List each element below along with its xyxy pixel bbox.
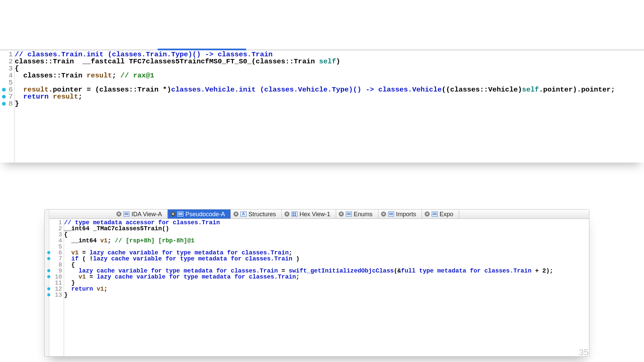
code-token bbox=[64, 249, 71, 256]
code-line[interactable]: 9 lazy cache variable for type metadata … bbox=[64, 268, 589, 274]
tab-type-icon bbox=[432, 212, 438, 217]
tab-label: Hex View-1 bbox=[300, 209, 330, 219]
code-token bbox=[64, 267, 78, 274]
code-token: ; bbox=[112, 72, 120, 79]
code-token: // type metadata accessor for classes.Tr… bbox=[64, 219, 220, 226]
code-token: self bbox=[319, 58, 336, 65]
code-line[interactable]: 1// classes.Train.init (classes.Train.Ty… bbox=[15, 51, 644, 58]
line-number: 2 bbox=[3, 58, 15, 65]
close-icon[interactable]: ✕ bbox=[284, 212, 289, 217]
line-number: 4 bbox=[47, 238, 64, 244]
code-line[interactable]: 13} bbox=[64, 292, 589, 298]
close-icon[interactable]: ✕ bbox=[381, 212, 386, 217]
code-token: __int64 bbox=[64, 237, 100, 244]
code-token: = bbox=[278, 267, 288, 274]
code-token: ; bbox=[296, 274, 300, 280]
tab-hex-view-1[interactable]: ✕Hex View-1 bbox=[282, 209, 336, 219]
code-token: lazy cache variable for type metadata fo… bbox=[78, 267, 278, 274]
code-token: lazy cache variable for type metadata fo… bbox=[90, 249, 289, 256]
code-line[interactable]: 3{ bbox=[15, 65, 644, 72]
line-number: 8 bbox=[47, 262, 64, 268]
breakpoint-dot-icon[interactable] bbox=[2, 95, 6, 99]
code-token: ( ! bbox=[78, 255, 93, 262]
code-token: = bbox=[86, 274, 97, 280]
code-line[interactable]: 7 return result; bbox=[15, 93, 644, 100]
code-line[interactable]: 6 result.pointer = (classes::Train *)cla… bbox=[15, 86, 644, 93]
code-token bbox=[93, 286, 97, 292]
breakpoint-dot-icon[interactable] bbox=[47, 287, 50, 290]
code-line[interactable]: 7 if ( !lazy cache variable for type met… bbox=[64, 256, 589, 262]
breakpoint-dot-icon[interactable] bbox=[47, 275, 50, 278]
breakpoint-dot-icon[interactable] bbox=[47, 257, 50, 260]
code-line[interactable]: 5 bbox=[15, 79, 644, 86]
code-line[interactable]: 10 v1 = lazy cache variable for type met… bbox=[64, 274, 589, 280]
code-token: v1 bbox=[100, 237, 108, 244]
code-token: } bbox=[64, 292, 68, 298]
tab-pseudocode-a[interactable]: ✕Pseudocode-A bbox=[168, 209, 231, 219]
code-token: ((classes::Vehicle) bbox=[442, 86, 522, 94]
tab-type-icon bbox=[388, 212, 394, 217]
tab-type-icon: A bbox=[240, 212, 247, 217]
tab-enums[interactable]: ✕Enums bbox=[336, 209, 378, 219]
code-token: ) bbox=[292, 255, 300, 262]
code-token: v1 bbox=[78, 274, 86, 280]
bottom-code-area[interactable]: 1// type metadata accessor for classes.T… bbox=[45, 219, 589, 298]
code-token: ) bbox=[336, 58, 340, 65]
code-token: lazy cache variable for type metadata fo… bbox=[97, 274, 296, 280]
line-number: 4 bbox=[3, 72, 15, 79]
breakpoint-dot-icon[interactable] bbox=[47, 269, 50, 272]
breakpoint-dot-icon[interactable] bbox=[47, 293, 50, 296]
tab-expo[interactable]: ✕Expo bbox=[422, 209, 459, 219]
line-number: 5 bbox=[3, 79, 15, 86]
line-number: 5 bbox=[47, 244, 64, 250]
breakpoint-dot-icon[interactable] bbox=[47, 251, 50, 254]
tab-imports[interactable]: ✕Imports bbox=[378, 209, 422, 219]
code-token: result bbox=[87, 72, 112, 79]
tabbar-spacer bbox=[45, 209, 114, 219]
code-line[interactable]: 3{ bbox=[64, 232, 589, 238]
close-icon[interactable]: ✕ bbox=[170, 212, 175, 217]
code-line[interactable]: 1// type metadata accessor for classes.T… bbox=[64, 220, 589, 226]
code-token bbox=[64, 255, 71, 262]
tab-label: Pseudocode-A bbox=[185, 209, 225, 219]
tab-ida-view-a[interactable]: ✕IDA View-A bbox=[114, 209, 168, 219]
close-icon[interactable]: ✕ bbox=[233, 212, 238, 217]
code-token bbox=[49, 93, 53, 101]
code-token: // classes.Train.init (classes.Train.Typ… bbox=[15, 51, 273, 58]
code-token: } bbox=[15, 100, 19, 108]
tab-bar: ✕IDA View-A✕Pseudocode-A✕AStructures✕Hex… bbox=[45, 209, 589, 219]
code-line[interactable]: 5 bbox=[64, 244, 589, 250]
code-line[interactable]: 2__int64 _TMaC7classes5Train() bbox=[64, 226, 589, 232]
code-token: } bbox=[64, 280, 75, 286]
code-line[interactable]: 6 v1 = lazy cache variable for type meta… bbox=[64, 250, 589, 256]
breakpoint-dot-icon[interactable] bbox=[2, 102, 6, 106]
code-token: result bbox=[53, 93, 78, 101]
code-token: ; bbox=[108, 237, 115, 244]
close-icon[interactable]: ✕ bbox=[116, 212, 121, 217]
code-token: __int64 _TMaC7classes5Train() bbox=[64, 225, 169, 232]
code-token: ; bbox=[104, 286, 108, 292]
code-line[interactable]: 8} bbox=[15, 100, 644, 107]
line-number: 1 bbox=[3, 51, 15, 58]
code-line[interactable]: 4 classes::Train result; // rax@1 bbox=[15, 72, 644, 79]
line-number: 3 bbox=[47, 232, 64, 238]
tab-type-icon bbox=[346, 212, 352, 217]
code-token: return bbox=[71, 286, 93, 292]
code-token: full type metadata for classes.Train bbox=[401, 267, 532, 274]
tab-structures[interactable]: ✕AStructures bbox=[231, 209, 282, 219]
top-pseudocode-panel: 1// classes.Train.init (classes.Train.Ty… bbox=[0, 50, 644, 163]
code-token: ; bbox=[78, 93, 83, 101]
close-icon[interactable]: ✕ bbox=[339, 212, 344, 217]
code-line[interactable]: 11 } bbox=[64, 280, 589, 286]
code-token: if bbox=[71, 255, 79, 262]
breakpoint-dot-icon[interactable] bbox=[2, 88, 6, 92]
close-icon[interactable]: ✕ bbox=[425, 212, 430, 217]
code-line[interactable]: 12 return v1; bbox=[64, 286, 589, 292]
code-line[interactable]: 2classes::Train __fastcall TFC7classes5T… bbox=[15, 58, 644, 65]
top-code-area[interactable]: 1// classes.Train.init (classes.Train.Ty… bbox=[0, 50, 644, 107]
code-token: swift_getInitializedObjcClass bbox=[289, 267, 394, 274]
code-line[interactable]: 8 { bbox=[64, 262, 589, 268]
code-line[interactable]: 4 __int64 v1; // [rsp+8h] [rbp-8h]@1 bbox=[64, 238, 589, 244]
code-token: v1 bbox=[71, 249, 79, 256]
tab-label: Expo bbox=[440, 209, 453, 219]
